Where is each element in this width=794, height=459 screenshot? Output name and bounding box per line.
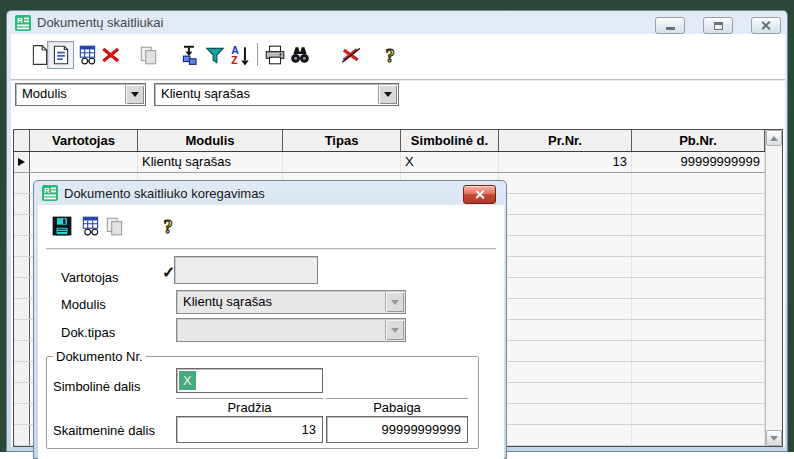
column-header[interactable]: Tipas <box>283 130 401 151</box>
pradzia-header: Pradžia <box>176 398 323 415</box>
window-controls <box>655 17 781 34</box>
vartotojas-label: Vartotojas <box>61 270 119 285</box>
app-icon: R <box>15 15 31 31</box>
sort-az-icon[interactable]: AZ <box>229 44 251 66</box>
save-icon[interactable] <box>51 215 73 237</box>
maximize-icon <box>714 22 723 30</box>
vartotojas-field[interactable] <box>174 256 318 284</box>
field-selector-value: Modulis <box>22 86 67 101</box>
window-title: Dokumentų skaitliukai <box>37 15 163 30</box>
modulis-label: Modulis <box>61 297 106 312</box>
cell-simboline[interactable]: X <box>401 152 499 172</box>
vertical-scrollbar[interactable] <box>765 130 782 446</box>
browse-records-icon[interactable] <box>80 215 102 237</box>
chevron-down-icon <box>385 292 404 312</box>
help-icon[interactable]: ? <box>158 215 180 237</box>
find-icon[interactable] <box>289 44 311 66</box>
grid-header-row: Vartotojas Modulis Tipas Simbolinė d. Pr… <box>14 130 782 152</box>
desktop: R Dokumentų skaitliukai <box>0 0 794 459</box>
cell-modulis[interactable]: Klientų sąrašas <box>138 152 283 172</box>
chevron-down-icon[interactable] <box>378 85 397 104</box>
scroll-up-button[interactable] <box>766 130 782 146</box>
locate-record-icon[interactable] <box>179 44 201 66</box>
pabaiga-header: Pabaiga <box>326 398 468 415</box>
column-header[interactable]: Vartotojas <box>30 130 138 151</box>
dialog-close-button[interactable] <box>463 185 496 204</box>
main-titlebar[interactable]: R Dokumentų skaitliukai <box>7 11 787 34</box>
groupbox-title: Dokumento Nr. <box>53 349 146 364</box>
copy-record-icon[interactable] <box>104 215 126 237</box>
minimize-icon <box>666 27 675 30</box>
maximize-button[interactable] <box>703 17 733 34</box>
module-value-combobox[interactable]: Klientų sąrašas <box>154 83 399 106</box>
chevron-down-icon <box>385 320 404 340</box>
edit-document-icon[interactable] <box>50 44 72 66</box>
cell-vartotojas[interactable] <box>30 152 138 172</box>
scroll-down-button[interactable] <box>766 430 782 446</box>
current-row-indicator <box>14 152 30 172</box>
svg-text:Z: Z <box>231 55 238 66</box>
close-button[interactable] <box>751 17 781 34</box>
simboline-label: Simbolinė dalis <box>53 379 140 394</box>
simboline-selected-text: X <box>179 371 196 390</box>
dialog-title: Dokumento skaitliuko koregavimas <box>64 186 265 201</box>
svg-text:A: A <box>231 45 239 56</box>
modulis-combobox[interactable]: Klientų sąrašas <box>176 290 406 314</box>
arrow-up-icon <box>770 136 778 141</box>
app-icon: R <box>42 185 58 201</box>
print-icon[interactable] <box>264 44 286 66</box>
table-row[interactable]: Klientų sąrašas X 13 99999999999 <box>14 152 782 173</box>
svg-text:?: ? <box>386 45 395 66</box>
edit-dialog-window: R Dokumento skaitliuko koregavimas ? Var… <box>33 180 507 459</box>
simboline-input[interactable]: X <box>176 368 323 393</box>
column-header[interactable]: Modulis <box>138 130 283 151</box>
svg-text:R: R <box>44 186 50 195</box>
skaitmenine-end-input[interactable]: 99999999999 <box>326 416 468 443</box>
svg-text:?: ? <box>164 216 173 237</box>
toolbar-groove <box>11 79 785 81</box>
cell-pr-nr[interactable]: 13 <box>499 152 632 172</box>
column-header[interactable]: Simbolinė d. <box>401 130 499 151</box>
column-header[interactable]: Pr.Nr. <box>499 130 632 151</box>
chevron-down-icon[interactable] <box>125 85 144 104</box>
dok-tipas-label: Dok.tipas <box>61 325 115 340</box>
column-header[interactable]: Pb.Nr. <box>632 130 765 151</box>
cell-tipas[interactable] <box>283 152 401 172</box>
filter-icon[interactable] <box>204 44 226 66</box>
browse-records-icon[interactable] <box>77 44 99 66</box>
cell-pb-nr[interactable]: 99999999999 <box>632 152 765 172</box>
arrow-down-icon <box>770 436 778 441</box>
skaitmenine-start-input[interactable]: 13 <box>176 416 323 443</box>
dialog-client-area: ? Vartotojas ✓ Modulis Klientų sąrašas D… <box>38 205 504 459</box>
dialog-toolbar-separator <box>46 248 496 250</box>
clear-filter-icon[interactable] <box>340 44 362 66</box>
skaitmenine-label: Skaitmeninė dalis <box>53 423 155 438</box>
field-selector-combobox[interactable]: Modulis <box>15 83 146 106</box>
modulis-value: Klientų sąrašas <box>183 294 272 309</box>
row-pointer-icon <box>18 158 25 166</box>
copy-record-icon[interactable] <box>138 44 160 66</box>
grid-corner-cell <box>14 130 30 151</box>
delete-record-icon[interactable] <box>100 44 122 66</box>
toolbar-separator <box>257 43 258 66</box>
dialog-titlebar[interactable]: R Dokumento skaitliuko koregavimas <box>34 181 506 205</box>
help-icon[interactable]: ? <box>380 44 402 66</box>
module-value: Klientų sąrašas <box>161 86 250 101</box>
new-document-icon[interactable] <box>29 44 51 66</box>
close-icon <box>761 20 772 31</box>
close-icon <box>474 189 485 200</box>
minimize-button[interactable] <box>655 17 685 34</box>
dok-tipas-combobox[interactable] <box>176 318 406 342</box>
svg-text:R: R <box>17 15 23 24</box>
